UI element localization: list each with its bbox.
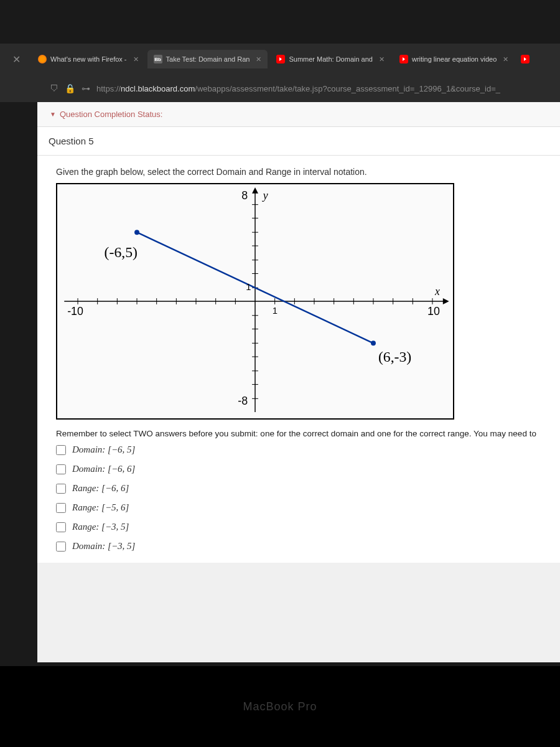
point2-label: (6,-3) <box>378 349 411 365</box>
origin-y-label: 1 <box>246 282 251 292</box>
tabs-container: What's new with Firefox - ✕ Bb Take Test… <box>32 50 554 68</box>
tab-close-icon[interactable]: ✕ <box>256 55 261 63</box>
svg-point-38 <box>371 341 376 345</box>
option-4[interactable]: Range: [−5, 6] <box>56 502 541 513</box>
option-checkbox[interactable] <box>56 503 66 513</box>
option-checkbox[interactable] <box>56 464 66 474</box>
option-3[interactable]: Range: [−6, 6] <box>56 483 541 494</box>
shield-icon[interactable]: ⛉ <box>50 83 58 93</box>
completion-status-bar[interactable]: ▼ Question Completion Status: <box>37 102 560 127</box>
browser-tab-bar: ✕ What's new with Firefox - ✕ Bb Take Te… <box>0 44 560 75</box>
url-protocol: https:// <box>96 84 121 93</box>
y-axis-label: y <box>262 189 268 202</box>
answer-options: Domain: [−6, 5] Domain: [−6, 6] Range: [… <box>56 444 541 552</box>
tab-label: writing linear equation video <box>412 55 497 63</box>
permissions-icon[interactable]: ⊶ <box>82 83 90 93</box>
youtube-icon <box>521 55 530 63</box>
graph-svg: (-6,5) (6,-3) -10 10 8 -8 y x 1 1 <box>57 184 453 418</box>
svg-marker-3 <box>443 298 449 304</box>
address-bar: ⛉ 🔒 ⊶ https://ndcl.blackboard.com/webapp… <box>0 75 560 102</box>
page-content: ▼ Question Completion Status: Question 5… <box>37 102 560 662</box>
macbook-label: MacBook Pro <box>243 700 317 713</box>
tab-take-test[interactable]: Bb Take Test: Domain and Ran ✕ <box>147 50 268 68</box>
option-checkbox[interactable] <box>56 445 66 455</box>
tab-close-icon[interactable]: ✕ <box>133 55 139 63</box>
tab-partial[interactable] <box>517 52 533 66</box>
question-number: Question 5 <box>49 136 94 146</box>
option-checkbox[interactable] <box>56 522 66 532</box>
option-label: Domain: [−6, 5] <box>72 444 135 455</box>
url-text[interactable]: https://ndcl.blackboard.com/webapps/asse… <box>96 84 500 93</box>
tab-label: Take Test: Domain and Ran <box>166 55 250 63</box>
y-min-label: -8 <box>238 395 248 407</box>
svg-point-37 <box>134 230 139 235</box>
lock-icon[interactable]: 🔒 <box>65 83 75 93</box>
option-label: Range: [−3, 5] <box>72 522 129 532</box>
question-body: Given the graph below, select the correc… <box>37 156 560 563</box>
option-5[interactable]: Range: [−3, 5] <box>56 522 541 532</box>
chevron-down-icon: ▼ <box>50 111 56 118</box>
url-path: /webapps/assessment/take/take.jsp?course… <box>195 84 500 93</box>
option-label: Domain: [−6, 6] <box>72 464 135 474</box>
tab-close-icon[interactable]: ✕ <box>503 55 508 63</box>
question-prompt: Given the graph below, select the correc… <box>56 167 541 177</box>
option-checkbox[interactable] <box>56 484 66 494</box>
option-1[interactable]: Domain: [−6, 5] <box>56 444 541 455</box>
youtube-icon <box>276 55 285 63</box>
tab-summer-math[interactable]: Summer Math: Domain and ✕ <box>270 50 391 68</box>
youtube-icon <box>399 55 408 63</box>
question-header: Question 5 <box>37 127 560 156</box>
completion-status-label: Question Completion Status: <box>60 110 162 119</box>
x-axis-label: x <box>434 285 440 298</box>
tab-firefox-whatsnew[interactable]: What's new with Firefox - ✕ <box>32 50 145 68</box>
option-checkbox[interactable] <box>56 542 66 552</box>
graph: (-6,5) (6,-3) -10 10 8 -8 y x 1 1 <box>56 183 454 420</box>
tab-writing-linear[interactable]: writing linear equation video ✕ <box>393 50 515 68</box>
url-domain: ndcl.blackboard.com <box>121 84 195 93</box>
x-min-label: -10 <box>67 305 83 317</box>
window-close-icon[interactable]: ✕ <box>6 54 27 65</box>
point1-label: (-6,5) <box>105 244 138 260</box>
option-label: Range: [−5, 6] <box>72 502 129 513</box>
laptop-bezel: MacBook Pro <box>0 666 560 747</box>
tab-label: Summer Math: Domain and <box>289 55 373 63</box>
firefox-icon <box>38 55 47 63</box>
x-max-label: 10 <box>427 305 440 317</box>
origin-x-label: 1 <box>273 306 278 316</box>
option-label: Range: [−6, 6] <box>72 483 129 494</box>
option-label: Domain: [−3, 5] <box>72 541 135 552</box>
svg-marker-2 <box>252 187 258 194</box>
blackboard-icon: Bb <box>154 55 162 63</box>
tab-close-icon[interactable]: ✕ <box>379 55 385 63</box>
instruction-text: Remember to select TWO answers before yo… <box>56 429 541 438</box>
y-max-label: 8 <box>241 189 248 202</box>
tab-label: What's new with Firefox - <box>50 55 127 63</box>
option-2[interactable]: Domain: [−6, 6] <box>56 464 541 474</box>
option-6[interactable]: Domain: [−3, 5] <box>56 541 541 552</box>
